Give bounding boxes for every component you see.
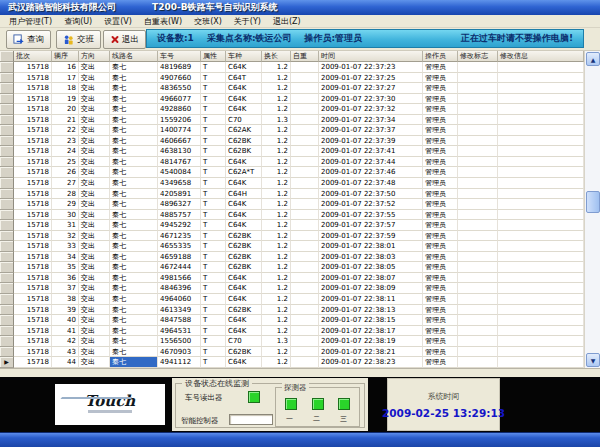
cell[interactable]: 38	[52, 294, 79, 305]
cell[interactable]: 交出	[79, 157, 110, 168]
cell[interactable]	[498, 94, 584, 105]
cell[interactable]: 44	[52, 357, 79, 368]
cell[interactable]: T	[201, 241, 226, 252]
cell[interactable]	[291, 262, 319, 273]
cell[interactable]: 4847588	[158, 315, 201, 326]
cell[interactable]: 1.2	[262, 83, 291, 94]
cell[interactable]: 15718	[14, 273, 52, 284]
cell[interactable]: 4964060	[158, 294, 201, 305]
cell[interactable]	[458, 357, 498, 368]
cell[interactable]: 交出	[79, 136, 110, 147]
cell[interactable]: T	[201, 294, 226, 305]
cell[interactable]	[291, 136, 319, 147]
cell[interactable]: T	[201, 73, 226, 84]
cell[interactable]: 秦七	[110, 62, 158, 73]
cell[interactable]: 4896327	[158, 199, 201, 210]
cell[interactable]	[458, 62, 498, 73]
cell[interactable]: 管理员	[423, 305, 458, 316]
cell[interactable]: 1.2	[262, 157, 291, 168]
cell[interactable]: 15718	[14, 347, 52, 358]
cell[interactable]: 37	[52, 283, 79, 294]
table-row[interactable]: 1571816交出秦七4819689TC64K1.22009-01-07 22:…	[0, 62, 584, 73]
column-header[interactable]: 修改标志	[458, 51, 498, 62]
row-selector-cell[interactable]	[0, 273, 14, 284]
cell[interactable]: 15718	[14, 104, 52, 115]
cell[interactable]: 管理员	[423, 252, 458, 263]
cell[interactable]: C70	[226, 336, 262, 347]
cell[interactable]: 22	[52, 125, 79, 136]
cell[interactable]	[291, 210, 319, 221]
cell[interactable]: 管理员	[423, 326, 458, 337]
cell[interactable]	[291, 83, 319, 94]
cell[interactable]: T	[201, 231, 226, 242]
cell[interactable]: 2009-01-07 22:38:01	[319, 241, 423, 252]
cell[interactable]: 20	[52, 104, 79, 115]
cell[interactable]: 秦七	[110, 146, 158, 157]
cell[interactable]: 管理员	[423, 210, 458, 221]
cell[interactable]: 2009-01-07 22:38:19	[319, 336, 423, 347]
cell[interactable]: 2009-01-07 22:38:21	[319, 347, 423, 358]
cell[interactable]: 1.2	[262, 283, 291, 294]
cell[interactable]	[458, 210, 498, 221]
cell[interactable]: C64K	[226, 104, 262, 115]
table-row[interactable]: 1571839交出秦七4613349TC62BK1.22009-01-07 22…	[0, 305, 584, 316]
cell[interactable]: 2009-01-07 22:37:57	[319, 220, 423, 231]
cell[interactable]	[458, 94, 498, 105]
cell[interactable]	[291, 241, 319, 252]
cell[interactable]: 1.2	[262, 326, 291, 337]
cell[interactable]: 交出	[79, 283, 110, 294]
cell[interactable]	[458, 104, 498, 115]
cell[interactable]	[291, 157, 319, 168]
cell[interactable]: 4981566	[158, 273, 201, 284]
row-selector-cell[interactable]	[0, 146, 14, 157]
cell[interactable]	[498, 315, 584, 326]
cell[interactable]	[498, 294, 584, 305]
row-selector-cell[interactable]	[0, 94, 14, 105]
menu-tare-table[interactable]: 自重表(W)	[139, 16, 187, 27]
menu-shift-change[interactable]: 交班(X)	[189, 16, 227, 27]
cell[interactable]: 2009-01-07 22:38:03	[319, 252, 423, 263]
cell[interactable]: 1559206	[158, 115, 201, 126]
cell[interactable]: C64K	[226, 220, 262, 231]
cell[interactable]: 21	[52, 115, 79, 126]
cell[interactable]: 15718	[14, 283, 52, 294]
cell[interactable]: 1.2	[262, 220, 291, 231]
cell[interactable]	[498, 178, 584, 189]
cell[interactable]: C64T	[226, 73, 262, 84]
cell[interactable]: 1.2	[262, 189, 291, 200]
cell[interactable]: 交出	[79, 262, 110, 273]
cell[interactable]: 管理员	[423, 146, 458, 157]
cell[interactable]: 管理员	[423, 294, 458, 305]
row-selector-cell[interactable]	[0, 115, 14, 126]
cell[interactable]: C62A*T	[226, 167, 262, 178]
cell[interactable]: 15718	[14, 189, 52, 200]
cell[interactable]	[458, 146, 498, 157]
cell[interactable]: 15718	[14, 136, 52, 147]
row-selector-cell[interactable]	[0, 326, 14, 337]
cell[interactable]: 2009-01-07 22:37:34	[319, 115, 423, 126]
cell[interactable]: 2009-01-07 22:37:32	[319, 104, 423, 115]
cell[interactable]: 管理员	[423, 125, 458, 136]
cell[interactable]	[498, 83, 584, 94]
cell[interactable]: 交出	[79, 104, 110, 115]
cell[interactable]: T	[201, 199, 226, 210]
table-row[interactable]: 1571826交出秦七4540084TC62A*T1.22009-01-07 2…	[0, 167, 584, 178]
cell[interactable]: 1.2	[262, 357, 291, 368]
cell[interactable]: 交出	[79, 326, 110, 337]
cell[interactable]: C64K	[226, 62, 262, 73]
column-header[interactable]: 方向	[79, 51, 110, 62]
cell[interactable]: 1.2	[262, 231, 291, 242]
cell[interactable]: 秦七	[110, 357, 158, 368]
cell[interactable]: C62BK	[226, 146, 262, 157]
cell[interactable]: 1.2	[262, 252, 291, 263]
menu-exit[interactable]: 退出(Z)	[268, 16, 306, 27]
cell[interactable]: 4814767	[158, 157, 201, 168]
cell[interactable]: 27	[52, 178, 79, 189]
cell[interactable]	[458, 220, 498, 231]
cell[interactable]: 2009-01-07 22:38:07	[319, 273, 423, 284]
cell[interactable]	[498, 326, 584, 337]
cell[interactable]	[291, 326, 319, 337]
cell[interactable]: C62BK	[226, 136, 262, 147]
cell[interactable]: 交出	[79, 294, 110, 305]
cell[interactable]: 4836550	[158, 83, 201, 94]
